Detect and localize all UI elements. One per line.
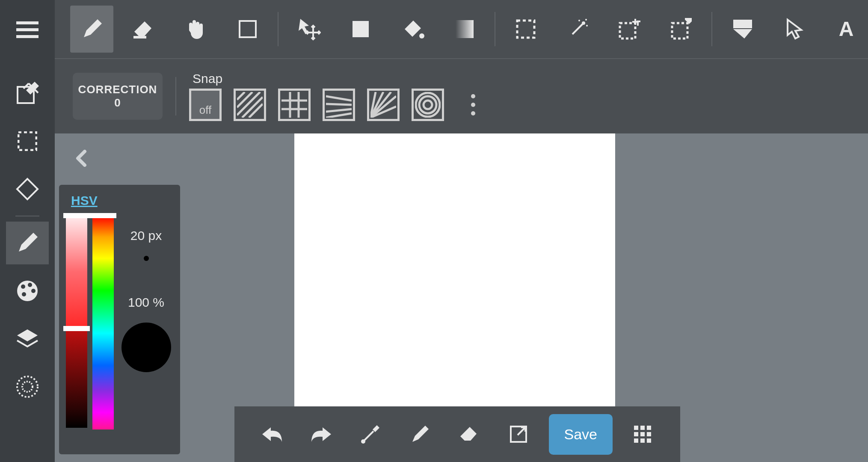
snap-more-button[interactable]	[465, 94, 482, 116]
svg-rect-73	[647, 426, 651, 430]
svg-rect-25	[353, 21, 369, 37]
svg-line-49	[237, 92, 245, 100]
panel-collapse-button[interactable]	[68, 145, 94, 171]
svg-line-55	[326, 104, 352, 105]
svg-marker-18	[84, 19, 102, 37]
svg-rect-72	[640, 426, 645, 430]
svg-line-30	[572, 23, 584, 34]
gradient-tool[interactable]	[443, 6, 486, 53]
pencil-tool[interactable]	[70, 6, 113, 53]
svg-point-12	[28, 283, 32, 287]
fullscreen-button[interactable]	[499, 415, 538, 453]
svg-point-31	[582, 21, 585, 25]
text-tool[interactable]: A	[825, 6, 868, 53]
svg-rect-2	[16, 35, 39, 38]
svg-point-64	[419, 96, 436, 113]
opacity-value[interactable]: 100 %	[128, 295, 164, 310]
svg-point-27	[419, 33, 424, 38]
svg-rect-0	[16, 21, 39, 24]
snap-off-text: off	[199, 104, 211, 117]
hue-slider[interactable]	[92, 216, 114, 438]
undo-button[interactable]	[253, 415, 291, 453]
svg-marker-19	[134, 21, 151, 36]
sv-slider[interactable]	[66, 216, 87, 438]
magic-wand-tool[interactable]	[556, 6, 599, 53]
svg-rect-1	[16, 28, 39, 31]
svg-rect-20	[133, 36, 146, 38]
snap-separator	[175, 77, 176, 116]
transform-tool[interactable]	[287, 6, 330, 53]
svg-rect-75	[640, 432, 645, 436]
palette-button[interactable]	[6, 270, 49, 312]
svg-rect-77	[634, 438, 638, 443]
svg-rect-41	[733, 20, 752, 28]
svg-rect-74	[634, 432, 638, 436]
correction-label: CORRECTION	[78, 83, 157, 96]
pencil-button[interactable]	[401, 415, 439, 453]
toolbar-separator	[711, 12, 712, 46]
brush-size-value[interactable]: 20 px	[130, 228, 162, 243]
svg-point-11	[21, 284, 25, 289]
material-button[interactable]	[6, 365, 49, 408]
toolbar-separator	[278, 12, 278, 46]
current-color-swatch[interactable]	[121, 323, 171, 372]
svg-rect-71	[634, 426, 638, 430]
apps-button[interactable]	[623, 415, 662, 453]
pointer-tool[interactable]	[773, 6, 816, 53]
svg-point-17	[22, 382, 33, 392]
rail-divider	[15, 216, 39, 216]
hand-tool[interactable]	[174, 6, 217, 53]
svg-rect-79	[647, 438, 651, 443]
svg-marker-42	[733, 29, 752, 38]
eraser-button[interactable]	[450, 415, 489, 453]
redo-button[interactable]	[302, 415, 341, 453]
eyedropper-button[interactable]	[351, 415, 390, 453]
color-mode-link[interactable]: HSV	[71, 193, 98, 207]
svg-rect-8	[17, 179, 38, 199]
brush-tool-button[interactable]	[6, 222, 49, 264]
select-add-tool[interactable]	[608, 6, 651, 53]
shape-tool[interactable]	[226, 6, 269, 53]
layers-button[interactable]	[6, 317, 49, 360]
correction-value: 0	[114, 96, 121, 110]
svg-rect-29	[517, 21, 534, 38]
bucket-tool[interactable]	[391, 6, 434, 53]
svg-marker-68	[412, 426, 429, 442]
rotate-button[interactable]	[6, 168, 49, 210]
snap-off[interactable]: off	[189, 89, 222, 121]
svg-rect-39	[672, 23, 687, 38]
svg-marker-69	[460, 427, 477, 441]
svg-text:A: A	[839, 19, 854, 39]
eraser-tool[interactable]	[122, 6, 165, 53]
correction-button[interactable]: CORRECTION 0	[73, 73, 163, 120]
svg-rect-35	[620, 23, 635, 38]
snap-perspective[interactable]	[323, 89, 355, 121]
edit-button[interactable]	[6, 72, 49, 115]
snap-grid[interactable]	[278, 89, 311, 121]
marquee-button[interactable]	[6, 120, 49, 163]
svg-line-47	[237, 92, 252, 107]
snap-hatch[interactable]	[234, 89, 266, 121]
svg-rect-76	[647, 432, 651, 436]
select-subtract-tool[interactable]	[660, 6, 703, 53]
drawing-canvas[interactable]	[294, 133, 615, 441]
svg-marker-9	[19, 233, 38, 252]
svg-marker-43	[788, 20, 801, 38]
svg-point-16	[17, 376, 38, 397]
bottom-action-bar: Save	[234, 406, 680, 462]
svg-point-33	[586, 25, 588, 27]
top-toolbar: A	[55, 0, 868, 59]
svg-point-13	[31, 289, 36, 293]
menu-button[interactable]	[6, 9, 49, 51]
svg-marker-26	[405, 21, 421, 37]
snap-radial[interactable]	[367, 89, 400, 121]
marquee-tool[interactable]	[504, 6, 547, 53]
crop-tool[interactable]	[721, 6, 764, 53]
fill-rect-tool[interactable]	[339, 6, 382, 53]
snap-bar: CORRECTION 0 Snap off	[55, 59, 868, 133]
save-button[interactable]: Save	[549, 414, 613, 455]
snap-concentric[interactable]	[412, 89, 444, 121]
svg-point-32	[578, 20, 580, 21]
svg-point-67	[361, 439, 365, 444]
left-rail	[0, 0, 55, 462]
